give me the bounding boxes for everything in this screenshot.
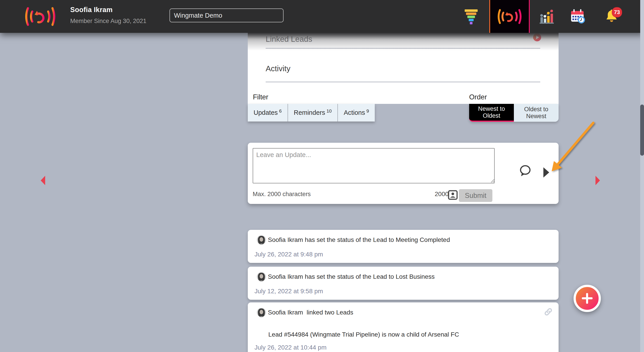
account-box-icon <box>448 190 458 200</box>
max-chars-note: Max. 2000 characters <box>253 191 311 198</box>
linked-leads-title: Linked Leads <box>266 35 312 43</box>
linked-leads-expand-button[interactable] <box>533 33 541 41</box>
card-detail-text: Lead #544984 (Wingmate Trial Pipeline) i… <box>268 331 459 338</box>
nav-activity-button-active[interactable] <box>489 0 530 33</box>
card-timestamp: July 26, 2022 at 9:48 pm <box>254 251 323 258</box>
filter-tabs: Updates6 Reminders10 Actions9 <box>248 104 375 122</box>
user-name: Soofia Ikram <box>70 6 146 14</box>
order-label: Order <box>469 93 487 101</box>
order-toggle: Newest to Oldest Oldest to Newest <box>469 104 558 122</box>
avatar <box>257 272 266 281</box>
card-text: linked two Leads <box>306 309 353 316</box>
activity-card[interactable]: Soofia Ikram has set the status of the L… <box>248 230 558 263</box>
avatar <box>257 308 266 317</box>
card-text: has set the status of the Lead to Meetin… <box>305 236 450 243</box>
card-text: has set the status of the Lead to Lost B… <box>305 273 435 280</box>
card-head: Soofia Ikram has set the status of the L… <box>257 235 450 245</box>
top-bar: Soofia Ikram Member Since Aug 30, 2021 <box>0 0 644 33</box>
nav-reports-button[interactable] <box>536 0 558 33</box>
update-textarea[interactable] <box>253 148 495 183</box>
card-author: Soofia Ikram <box>268 273 303 280</box>
card-author: Soofia Ikram <box>268 236 303 243</box>
user-block: Soofia Ikram Member Since Aug 30, 2021 <box>70 6 146 24</box>
plus-icon <box>586 293 588 304</box>
nav-funnel-button[interactable] <box>459 0 484 33</box>
submit-button[interactable]: Submit <box>459 189 492 202</box>
card-head: Soofia Ikram has set the status of the L… <box>257 272 435 281</box>
tab-label: Reminders <box>294 109 325 116</box>
activity-card[interactable]: Soofia Ikram has set the status of the L… <box>248 267 558 300</box>
lead-detail-panel: Linked Leads Activity Filter Order <box>248 33 558 104</box>
carousel-next-arrow[interactable] <box>596 176 600 185</box>
add-button[interactable] <box>574 285 601 312</box>
wingmate-wave-icon <box>496 7 523 26</box>
lead-name-input[interactable] <box>170 8 284 22</box>
tab-count: 6 <box>279 108 282 114</box>
chars-remaining: 2000 <box>435 190 448 198</box>
divider <box>266 82 540 82</box>
avatar <box>257 235 266 245</box>
wingmate-app: Soofia Ikram Member Since Aug 30, 2021 <box>0 0 644 352</box>
update-composer-card: Max. 2000 characters 2000 Submit <box>248 143 558 204</box>
tab-count: 9 <box>366 108 369 114</box>
filter-label: Filter <box>253 93 268 101</box>
funnel-icon <box>464 8 478 24</box>
send-arrow-icon[interactable] <box>544 167 549 177</box>
activity-title: Activity <box>266 64 290 73</box>
notification-badge: 73 <box>612 7 622 17</box>
tab-reminders[interactable]: Reminders10 <box>288 104 338 122</box>
tab-updates[interactable]: Updates6 <box>248 104 288 122</box>
nav-notifications-button[interactable]: 73 <box>599 0 624 33</box>
wingmate-logo-icon <box>24 5 57 28</box>
play-icon <box>536 35 539 39</box>
tab-count: 10 <box>326 108 332 114</box>
card-head: Soofia Ikram linked two Leads <box>257 308 353 317</box>
scrollbar-thumb[interactable] <box>640 105 644 156</box>
order-oldest-to-newest[interactable]: Oldest to Newest <box>514 104 558 122</box>
bar-chart-icon <box>540 9 554 24</box>
card-timestamp: July 12, 2022 at 9:58 pm <box>254 288 323 295</box>
order-newest-to-oldest[interactable]: Newest to Oldest <box>469 104 514 122</box>
calendar-clock-icon <box>571 9 586 24</box>
tab-actions[interactable]: Actions9 <box>338 104 375 122</box>
link-icon <box>544 308 552 316</box>
tab-label: Updates <box>254 109 278 116</box>
carousel-prev-arrow[interactable] <box>41 176 45 185</box>
member-since-label: Member Since Aug 30, 2021 <box>70 18 146 24</box>
divider <box>266 48 540 48</box>
card-timestamp: July 26, 2022 at 10:44 pm <box>254 344 326 351</box>
speech-bubble-icon[interactable] <box>519 165 531 177</box>
tab-label: Actions <box>344 109 365 116</box>
activity-card[interactable]: Soofia Ikram linked two Leads Lead #5449… <box>248 302 558 352</box>
nav-calendar-button[interactable] <box>567 0 589 33</box>
card-author: Soofia Ikram <box>268 309 303 316</box>
scrollbar-track[interactable] <box>640 0 644 352</box>
